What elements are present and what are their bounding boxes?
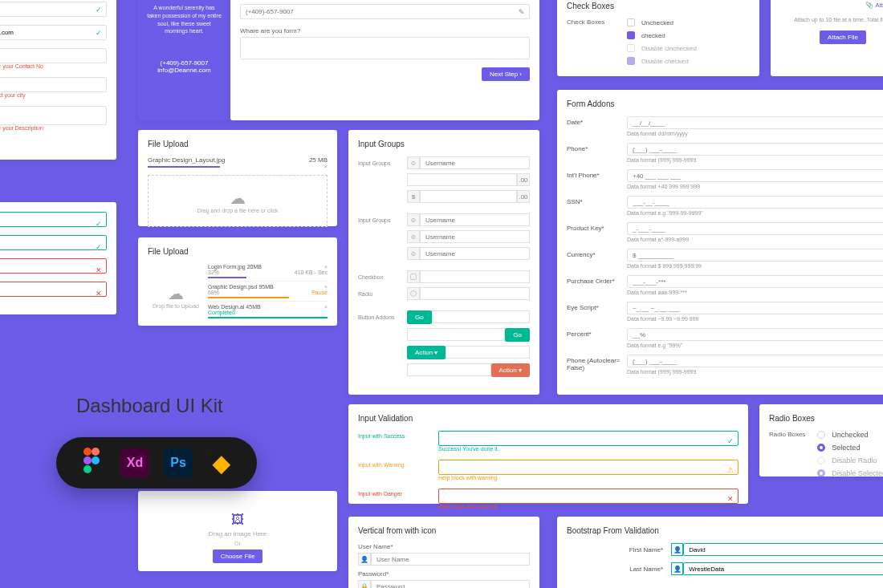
checkbox-unchecked[interactable] [627,18,635,26]
input-validation-card: Input Validation Input with Success✓Succ… [348,404,748,504]
card-title: Form Addons [567,99,883,108]
lastname-input[interactable] [683,562,883,575]
valid-input-5[interactable] [0,106,107,125]
attach-file-button[interactable]: Attach File [820,30,866,44]
where-label: Whare are you form? [240,27,530,34]
drop-zone[interactable]: ☁ Drop file to Upload [148,264,204,309]
eye-script-input[interactable] [627,302,883,314]
phone-input[interactable] [240,4,530,19]
progress-bar [208,297,289,298]
action-input[interactable] [446,346,530,359]
username-input-sm[interactable] [420,247,530,260]
radio-disabled-selected [817,469,825,477]
check-icon: ✓ [96,29,102,37]
validation-card-left: ✓ ✓ Please enter your Contact No Please … [0,0,116,160]
file-name: Graphic Design_Layout.jpg [148,156,226,164]
action-button-right[interactable]: Action ▾ [491,363,530,377]
radio-unchecked[interactable] [817,431,825,439]
valid-input-1[interactable] [0,2,107,17]
username-input[interactable] [420,156,530,169]
user-icon: ☺ [407,247,420,260]
close-icon: ✕ [727,495,734,503]
username-input-md[interactable] [420,230,530,243]
app-badges: Xd Ps ◆ [56,437,257,489]
card-title: File Upload [148,140,328,148]
image-drop-zone[interactable]: 🖼 Drag an Image Here Or Choose File [148,501,328,575]
btn-addon-input[interactable] [432,310,530,323]
card-title: Vertical from with icon [358,526,530,535]
lock-icon: 🔒 [358,580,371,588]
file-name: Login Form.jpg 20MB [208,264,262,270]
card-title: File Upload [148,247,328,256]
close-icon[interactable]: × [148,163,328,170]
next-step-button[interactable]: Next Step › [482,67,530,81]
addon-right: .00 [517,173,530,186]
card-title: Radio Boxes [769,414,883,423]
user-icon: ☺ [407,156,420,169]
checkbox-addon[interactable] [407,270,420,283]
phone-autoclear-input[interactable] [627,355,883,367]
drop-zone[interactable]: ☁ Drag and drop a file here or click [148,175,328,227]
svg-point-4 [83,465,92,473]
close-icon[interactable]: × [324,304,328,310]
percent-input[interactable] [627,328,883,341]
ssn-input[interactable] [627,196,883,209]
radio-selected[interactable] [817,444,825,452]
user-icon: ☺ [407,213,420,226]
title-line-1: Forms Widgets [76,365,256,395]
danger-input[interactable] [438,489,739,504]
product-key-input[interactable] [627,222,883,235]
cloud-upload-icon: ☁ [168,285,184,302]
red-input-1[interactable] [0,258,107,274]
date-input[interactable] [627,116,883,129]
xd-icon: Xd [120,448,149,477]
attach-sub: Attach up to 10 file at a time. Total fi… [780,17,883,22]
contact-phone: (+409)-657-9007 [146,59,222,67]
where-input[interactable] [240,37,530,59]
currency-input[interactable] [627,249,883,262]
check-icon: ✓ [96,220,102,228]
checkbox-checked[interactable] [627,31,635,39]
action-button-left[interactable]: Action ▾ [407,346,446,359]
photoshop-icon: Ps [164,448,193,477]
input-groups-card: Input Groups Input Groups☺ .00 $.00 Inpu… [348,130,539,395]
edit-icon: ✎ [519,8,525,16]
valid-input-4[interactable] [0,77,107,92]
choose-file-button[interactable]: Choose File [213,549,263,563]
go-button-left[interactable]: Go [407,310,432,324]
bootstrap-validation-card: Bootstrap From Validation First Name*👤✓ … [557,517,883,588]
svg-point-3 [92,456,100,464]
success-input[interactable] [438,431,739,446]
close-icon: ✕ [96,266,102,274]
go-button-right[interactable]: Go [505,328,530,342]
valid-input-3[interactable] [0,48,107,63]
card-title: Input Groups [358,140,530,148]
radio-addon[interactable] [407,287,420,300]
intl-phone-input[interactable] [627,169,883,182]
checkbox-input[interactable] [420,270,530,283]
purchase-order-input[interactable] [627,275,883,288]
user-icon: 👤 [358,553,371,566]
check-icon: ✓ [96,243,102,251]
close-icon[interactable]: × [324,264,328,270]
password-input[interactable] [371,580,530,588]
close-icon[interactable]: × [324,284,328,290]
action-input-2[interactable] [407,363,491,376]
red-input-2[interactable] [0,282,107,297]
input-with-addon[interactable] [407,173,517,186]
figma-icon [77,448,106,477]
user-icon: 👤 [671,562,683,575]
radio-input[interactable] [420,287,530,300]
firstname-input[interactable] [683,543,883,556]
card-title: Check Boxes [567,2,750,10]
input-both-addon[interactable] [420,190,517,203]
username-input-lg[interactable] [420,213,530,226]
valid-input-2[interactable] [0,25,107,40]
btn-addon-input-2[interactable] [407,328,505,341]
green-input-2[interactable] [0,235,107,250]
username-input[interactable] [371,553,530,566]
warning-input[interactable] [438,460,739,475]
phone-input[interactable] [627,143,883,156]
addon-right: .00 [517,190,530,203]
green-input-1[interactable] [0,212,107,227]
